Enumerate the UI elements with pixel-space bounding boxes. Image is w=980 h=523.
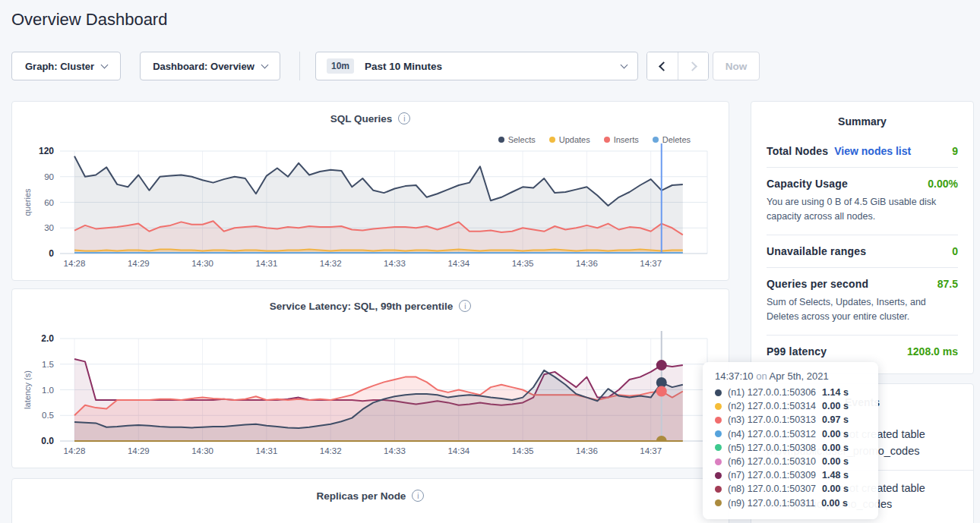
info-icon[interactable]: i	[412, 490, 424, 502]
series-dot	[715, 444, 722, 451]
unavailable-ranges-value: 0	[952, 245, 958, 257]
legend-dot	[549, 137, 555, 143]
tooltip-row: (n2) 127.0.0.1:503140.00 s	[715, 399, 868, 413]
service-latency-chart-card[interactable]: Service Latency: SQL, 99th percentile i …	[11, 288, 729, 468]
svg-text:14:30: 14:30	[191, 259, 213, 268]
chevron-left-icon	[659, 61, 669, 71]
svg-text:14:33: 14:33	[384, 446, 406, 455]
tooltip-row: (n4) 127.0.0.1:503120.00 s	[715, 427, 868, 441]
svg-text:30: 30	[44, 223, 54, 232]
svg-text:queries: queries	[23, 188, 32, 216]
chart-title: SQL Queries	[330, 113, 393, 124]
svg-text:14:31: 14:31	[256, 259, 278, 268]
svg-text:120: 120	[39, 146, 54, 156]
tooltip-row: (n6) 127.0.0.1:503100.00 s	[715, 455, 868, 468]
capacity-usage-description: You are using 0 B of 4.5 GiB usable disk…	[767, 195, 958, 225]
replicas-per-node-chart-card[interactable]: Replicas per Node i	[11, 478, 729, 523]
legend-item: Inserts	[604, 135, 639, 144]
queries-per-second-description: Sum of Selects, Updates, Inserts, and De…	[767, 295, 958, 325]
dashboard-dropdown[interactable]: Dashboard: Overview	[140, 52, 280, 80]
svg-text:14:32: 14:32	[320, 446, 342, 455]
summary-row-total-nodes: Total Nodes View nodes list 9	[767, 135, 958, 168]
svg-text:0: 0	[49, 248, 54, 259]
service-latency-plot: 0.00.51.01.52.014:2814:2914:3014:3114:32…	[12, 289, 730, 469]
time-range-selector[interactable]: 10m Past 10 Minutes	[315, 52, 638, 80]
chart-title: Service Latency: SQL, 99th percentile	[270, 301, 454, 312]
time-step-back-button[interactable]	[647, 52, 678, 80]
svg-text:latency (s): latency (s)	[23, 370, 32, 409]
svg-text:60: 60	[44, 198, 54, 207]
svg-text:14:29: 14:29	[128, 446, 150, 455]
svg-text:14:31: 14:31	[256, 446, 278, 455]
legend-item: Deletes	[653, 135, 691, 144]
graph-scope-dropdown[interactable]: Graph: Cluster	[11, 52, 121, 80]
series-dot	[715, 389, 722, 396]
queries-per-second-value: 87.5	[937, 278, 958, 290]
svg-text:14:32: 14:32	[320, 259, 342, 268]
tooltip-timestamp: 14:37:10 on Apr 5th, 2021	[715, 370, 868, 382]
svg-text:14:28: 14:28	[64, 259, 86, 268]
chevron-down-icon	[261, 61, 268, 68]
svg-text:14:34: 14:34	[447, 446, 469, 455]
svg-text:1.5: 1.5	[42, 360, 54, 369]
chevron-down-icon	[621, 61, 628, 68]
svg-text:90: 90	[44, 172, 54, 181]
legend-dot	[498, 137, 504, 143]
svg-text:14:36: 14:36	[576, 259, 598, 268]
dashboard-label: Dashboard: Overview	[153, 61, 254, 72]
svg-text:14:29: 14:29	[128, 259, 150, 268]
legend-item: Selects	[498, 135, 536, 144]
toolbar-divider	[299, 52, 300, 80]
svg-text:2.0: 2.0	[41, 333, 54, 344]
svg-text:14:30: 14:30	[191, 446, 213, 455]
chevron-right-icon	[688, 61, 697, 71]
svg-text:14:35: 14:35	[512, 446, 534, 455]
series-dot	[715, 403, 722, 410]
time-step-buttons	[646, 52, 709, 80]
series-dot	[715, 430, 722, 437]
chart-title: Replicas per Node	[317, 490, 406, 502]
view-nodes-list-link[interactable]: View nodes list	[834, 145, 911, 157]
svg-text:14:34: 14:34	[447, 259, 469, 268]
summary-title: Summary	[751, 102, 973, 128]
tooltip-row: (n3) 127.0.0.1:503130.97 s	[715, 413, 868, 427]
series-dot	[715, 417, 722, 424]
summary-row-capacity-usage: Capacity Usage 0.00% You are using 0 B o…	[767, 168, 958, 235]
chevron-down-icon	[101, 61, 109, 68]
svg-text:0.5: 0.5	[42, 411, 54, 420]
legend-dot	[653, 137, 659, 143]
svg-text:1.0: 1.0	[42, 386, 54, 395]
summary-panel: Summary Total Nodes View nodes list 9 Ca…	[751, 101, 974, 374]
time-range-badge: 10m	[327, 58, 354, 74]
graph-scope-label: Graph: Cluster	[25, 61, 94, 72]
legend-item: Updates	[549, 135, 590, 144]
legend-dot	[604, 137, 610, 143]
total-nodes-value: 9	[952, 145, 958, 157]
info-icon[interactable]: i	[459, 300, 471, 312]
tooltip-row: (n5) 127.0.0.1:503080.00 s	[715, 441, 868, 455]
summary-row-unavailable-ranges: Unavailable ranges 0	[767, 235, 958, 268]
series-dot	[715, 499, 722, 506]
time-step-forward-button[interactable]	[678, 52, 708, 80]
capacity-usage-value: 0.00%	[928, 178, 958, 190]
sql-queries-chart-card[interactable]: SQL Queries i Selects Updates Inserts De…	[11, 101, 729, 281]
p99-latency-value: 1208.0 ms	[907, 345, 958, 358]
summary-row-queries-per-second: Queries per second 87.5 Sum of Selects, …	[767, 268, 958, 336]
chart-hover-tooltip: 14:37:10 on Apr 5th, 2021 (n1) 127.0.0.1…	[703, 362, 878, 519]
svg-text:14:37: 14:37	[640, 259, 662, 268]
svg-text:0.0: 0.0	[41, 436, 54, 446]
tooltip-row: (n9) 127.0.0.1:503110.00 s	[715, 496, 868, 510]
svg-text:14:35: 14:35	[512, 259, 534, 268]
svg-text:14:37: 14:37	[640, 446, 662, 455]
sql-queries-plot: 030609012014:2814:2914:3014:3114:3214:33…	[12, 102, 730, 282]
tooltip-row: (n7) 127.0.0.1:503091.48 s	[715, 468, 868, 482]
tooltip-row: (n8) 127.0.0.1:503070.00 s	[715, 482, 868, 496]
now-button[interactable]: Now	[713, 52, 760, 80]
svg-text:14:28: 14:28	[64, 446, 86, 455]
info-icon[interactable]: i	[398, 112, 410, 124]
series-dot	[715, 486, 722, 493]
time-range-label: Past 10 Minutes	[365, 61, 442, 72]
tooltip-row: (n1) 127.0.0.1:503061.14 s	[715, 386, 868, 399]
svg-text:14:33: 14:33	[384, 259, 406, 268]
svg-text:14:36: 14:36	[576, 446, 598, 455]
